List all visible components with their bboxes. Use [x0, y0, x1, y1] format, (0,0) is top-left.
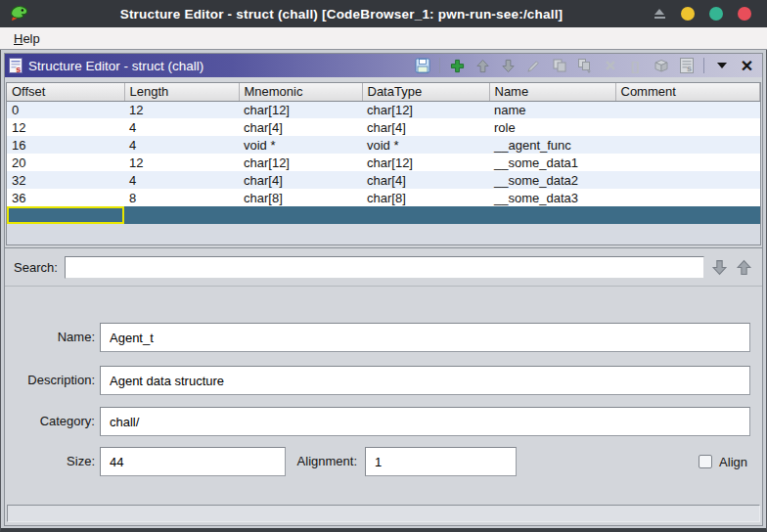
table-cell[interactable]: [615, 118, 760, 136]
minimize-button[interactable]: [681, 7, 695, 21]
window-title: Structure Editor - struct (chall) [CodeB…: [30, 7, 653, 22]
toolbar-separator: [439, 58, 440, 73]
table-cell[interactable]: __some_data1: [489, 154, 615, 171]
unpackage-icon[interactable]: [653, 58, 669, 74]
table-row[interactable]: 368char[8]char[8]__some_data3: [7, 189, 760, 206]
column-header-mnemonic[interactable]: Mnemonic: [239, 83, 362, 101]
add-field-icon[interactable]: [449, 58, 466, 74]
search-pane: Search:: [5, 247, 762, 287]
delete-icon[interactable]: [602, 58, 618, 74]
column-header-name[interactable]: Name: [489, 83, 615, 101]
table-cell[interactable]: __agent_func: [489, 136, 615, 154]
table-cell[interactable]: 4: [124, 136, 239, 154]
table-cell[interactable]: 12: [124, 101, 239, 118]
structure-table: Offset Length Mnemonic DataType Name Com…: [7, 83, 760, 224]
table-cell[interactable]: [615, 189, 760, 206]
table-row[interactable]: 164void *void *__agent_func: [7, 136, 760, 154]
table-cell[interactable]: [615, 154, 760, 171]
table-cell[interactable]: 4: [124, 118, 239, 136]
duplicate-icon[interactable]: [551, 58, 567, 74]
table-cell[interactable]: char[8]: [362, 189, 489, 206]
save-icon[interactable]: [414, 58, 430, 74]
svg-text:s: s: [16, 65, 21, 74]
duplicate-multiple-icon[interactable]: [576, 58, 593, 74]
editor-frame: s Structure Editor - struct (chall): [4, 53, 763, 526]
table-cell[interactable]: char[12]: [362, 101, 489, 118]
name-field[interactable]: [100, 323, 750, 352]
table-cell[interactable]: void *: [239, 136, 362, 154]
selected-row[interactable]: [7, 206, 760, 224]
column-header-length[interactable]: Length: [124, 83, 239, 101]
editor-title: Structure Editor - struct (chall): [28, 59, 203, 73]
shade-icon[interactable]: [653, 9, 666, 19]
structure-info-form: Name: Description: Category: Size: Align…: [5, 288, 762, 505]
size-label: Size:: [5, 447, 95, 476]
search-previous-icon[interactable]: [735, 258, 753, 277]
table-cell[interactable]: [239, 206, 362, 224]
close-icon[interactable]: ✕: [739, 58, 755, 74]
table-cell[interactable]: char[12]: [362, 154, 489, 171]
table-cell[interactable]: 12: [124, 154, 239, 171]
structure-table-pane: Offset Length Mnemonic DataType Name Com…: [6, 82, 761, 245]
column-header-comment[interactable]: Comment: [615, 83, 760, 101]
table-cell[interactable]: char[4]: [239, 171, 362, 189]
table-cell[interactable]: 16: [7, 136, 124, 154]
table-row[interactable]: 124char[4]char[4]role: [7, 118, 760, 136]
table-cell[interactable]: 8: [124, 189, 239, 206]
table-cell[interactable]: name: [489, 101, 615, 118]
table-cell[interactable]: 20: [7, 154, 124, 171]
menu-help[interactable]: Help: [9, 29, 45, 48]
move-up-icon[interactable]: [474, 58, 491, 74]
table-cell[interactable]: [615, 206, 760, 224]
category-field[interactable]: [100, 407, 750, 436]
table-cell[interactable]: 32: [7, 171, 124, 189]
search-label: Search:: [14, 260, 58, 275]
table-row[interactable]: 2012char[12]char[12]__some_data1: [7, 154, 760, 171]
focused-cell[interactable]: [7, 206, 124, 224]
search-input[interactable]: [65, 256, 704, 279]
table-cell[interactable]: void *: [362, 136, 489, 154]
edit-component-icon[interactable]: s: [678, 58, 695, 74]
table-cell[interactable]: [489, 206, 615, 224]
editor-toolbar: [] s ✕: [414, 58, 755, 74]
table-row[interactable]: 324char[4]char[4]__some_data2: [7, 171, 760, 189]
table-cell[interactable]: 36: [7, 189, 124, 206]
table-cell[interactable]: 12: [7, 118, 124, 136]
window-titlebar: Structure Editor - struct (chall) [CodeB…: [0, 0, 767, 27]
alignment-field[interactable]: [365, 447, 517, 476]
app-area: s Structure Editor - struct (chall): [1, 50, 766, 528]
table-cell[interactable]: char[8]: [239, 189, 362, 206]
table-cell[interactable]: char[4]: [362, 118, 489, 136]
table-cell[interactable]: char[4]: [239, 118, 362, 136]
maximize-button[interactable]: [709, 7, 723, 21]
size-field[interactable]: [100, 447, 286, 476]
search-next-icon[interactable]: [710, 258, 729, 277]
table-cell[interactable]: [615, 101, 760, 118]
table-cell[interactable]: [124, 206, 239, 224]
table-cell[interactable]: [615, 171, 760, 189]
table-cell[interactable]: 4: [124, 171, 239, 189]
column-header-datatype[interactable]: DataType: [362, 83, 489, 101]
name-label: Name:: [5, 323, 95, 352]
column-header-offset[interactable]: Offset: [7, 83, 124, 101]
table-cell[interactable]: char[12]: [239, 101, 362, 118]
menu-dropdown-icon[interactable]: [713, 58, 730, 74]
edit-icon[interactable]: [525, 58, 542, 74]
table-cell[interactable]: [362, 206, 489, 224]
table-cell[interactable]: char[12]: [239, 154, 362, 171]
editor-titlebar[interactable]: s Structure Editor - struct (chall): [5, 54, 762, 77]
table-cell[interactable]: role: [489, 118, 615, 136]
table-cell[interactable]: char[4]: [362, 171, 489, 189]
table-cell[interactable]: [615, 136, 760, 154]
description-field[interactable]: [100, 366, 750, 395]
align-checkbox[interactable]: [699, 455, 712, 468]
table-cell[interactable]: 0: [7, 101, 124, 118]
ghidra-dragon-icon: [9, 3, 30, 24]
create-array-icon[interactable]: []: [627, 58, 644, 74]
table-cell[interactable]: __some_data3: [489, 189, 615, 206]
structure-editor-icon: s: [9, 58, 23, 73]
table-row[interactable]: 012char[12]char[12]name: [7, 101, 760, 118]
close-button[interactable]: [738, 7, 751, 21]
move-down-icon[interactable]: [500, 58, 517, 74]
table-cell[interactable]: __some_data2: [489, 171, 615, 189]
